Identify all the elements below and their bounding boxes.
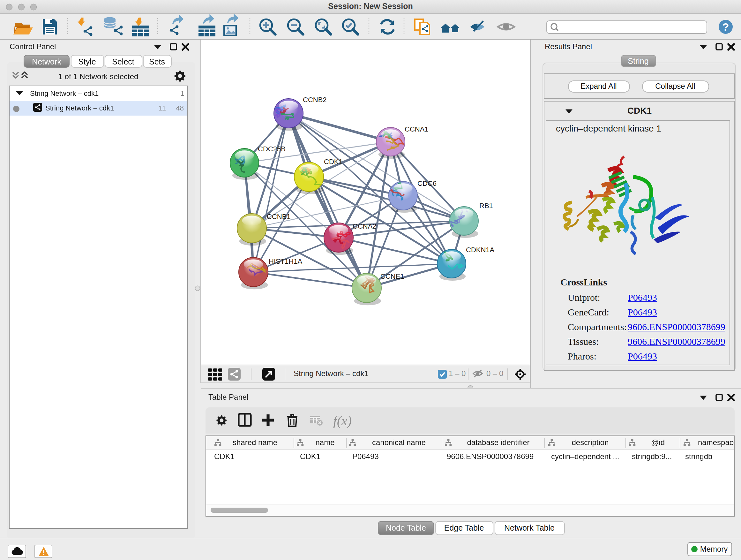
svg-text:HIST1H1A: HIST1H1A [269, 257, 302, 265]
svg-text:?: ? [723, 21, 729, 33]
svg-text:CCNB1: CCNB1 [267, 212, 291, 221]
svg-text:CDKN1A: CDKN1A [466, 246, 495, 254]
svg-text:CCNA1: CCNA1 [405, 125, 428, 133]
svg-text:CDC25B: CDC25B [258, 145, 286, 153]
svg-text:RB1: RB1 [479, 202, 493, 210]
svg-text:CCNA2: CCNA2 [353, 222, 377, 230]
svg-text:CCNE1: CCNE1 [381, 272, 404, 280]
svg-text:CCNB2: CCNB2 [303, 96, 327, 104]
svg-text:CDK1: CDK1 [324, 158, 343, 166]
svg-text:CDC6: CDC6 [417, 179, 436, 187]
svg-text:f(x): f(x) [333, 414, 352, 428]
